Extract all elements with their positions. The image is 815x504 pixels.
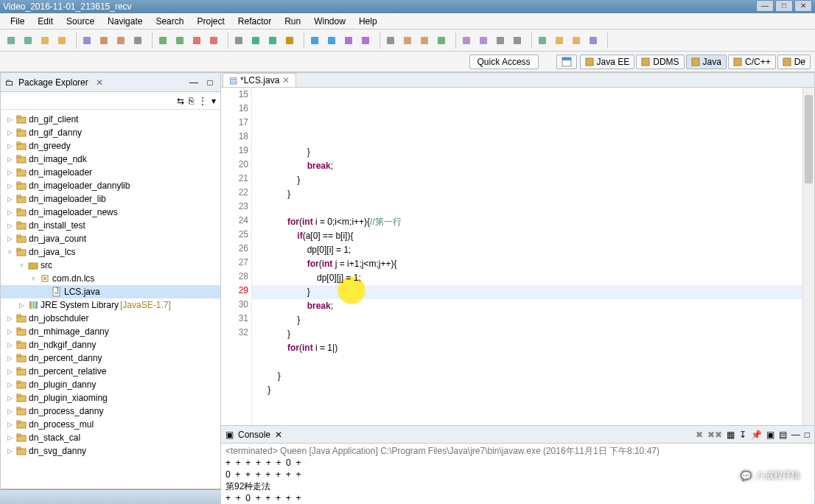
open-perspective-button[interactable] [556, 55, 577, 69]
toolbar-button-10[interactable] [155, 32, 171, 49]
tree-item[interactable]: ▷dn_imageloader [1, 166, 220, 179]
close-button[interactable]: ✕ [794, 0, 812, 12]
scroll-lock-icon[interactable]: ↧ [739, 430, 746, 440]
close-view-icon[interactable]: ✕ [96, 77, 103, 88]
maximize-view-icon[interactable]: □ [204, 77, 216, 88]
toolbar-button-7[interactable] [113, 32, 129, 49]
twisty-icon[interactable]: ▷ [5, 129, 14, 136]
toolbar-button-26[interactable] [399, 32, 416, 49]
toolbar-button-33[interactable] [509, 32, 525, 49]
twisty-icon[interactable]: ▿ [29, 275, 38, 282]
perspective-de[interactable]: De [777, 55, 811, 69]
toolbar-button-13[interactable] [206, 32, 222, 49]
tree-item[interactable]: ▷dn_mhimage_danny [1, 325, 220, 338]
twisty-icon[interactable]: ▷ [5, 434, 14, 441]
min-console-icon[interactable]: — [791, 430, 800, 440]
tree-item[interactable]: ▷dn_install_test [1, 219, 220, 232]
code-editor[interactable]: 151617181920212223242526272829303132 } b… [221, 88, 814, 425]
tree-item[interactable]: ▷dn_ndkgif_danny [1, 338, 220, 351]
twisty-icon[interactable]: ▷ [5, 341, 14, 349]
project-tree[interactable]: ▷dn_gif_client▷dn_gif_danny▷dn_greedy▷dn… [1, 110, 220, 489]
toolbar-button-25[interactable] [382, 32, 399, 49]
menu-refactor[interactable]: Refactor [232, 15, 277, 28]
toolbar-button-11[interactable] [172, 32, 188, 49]
twisty-icon[interactable]: ▷ [5, 407, 14, 415]
tree-item[interactable]: ▷dn_svg_danny [1, 444, 220, 458]
twisty-icon[interactable]: ▷ [17, 301, 26, 309]
twisty-icon[interactable]: ▷ [5, 368, 14, 375]
toolbar-button-22[interactable] [340, 32, 357, 49]
tree-item[interactable]: ▿dn_java_lcs [1, 245, 220, 259]
perspective-javaee[interactable]: Java EE [580, 55, 635, 69]
tree-item[interactable]: ▷dn_gif_client [1, 113, 220, 126]
max-console-icon[interactable]: □ [805, 430, 810, 440]
clear-console-icon[interactable]: ▦ [727, 430, 735, 440]
tree-item[interactable]: ▿src [1, 259, 220, 272]
toolbar-button-17[interactable] [265, 32, 281, 49]
toolbar-button-0[interactable] [3, 32, 19, 49]
twisty-icon[interactable]: ▿ [5, 248, 14, 256]
menu-run[interactable]: Run [279, 15, 307, 28]
tree-item[interactable]: ▷dn_image_ndk [1, 153, 220, 166]
open-console-icon[interactable]: ▤ [779, 430, 787, 440]
toolbar-button-27[interactable] [416, 32, 433, 49]
toolbar-button-3[interactable] [54, 32, 70, 49]
tree-item[interactable]: ▷dn_plugin_danny [1, 378, 220, 391]
minimize-button[interactable]: — [756, 0, 774, 12]
filter-icon[interactable]: ⋮ [198, 96, 207, 106]
close-console-icon[interactable]: ✕ [275, 430, 282, 440]
twisty-icon[interactable]: ▷ [5, 394, 14, 402]
toolbar-button-20[interactable] [307, 32, 323, 49]
toolbar-button-21[interactable] [323, 32, 340, 49]
link-editor-icon[interactable]: ⎘ [189, 96, 194, 106]
twisty-icon[interactable]: ▷ [5, 315, 14, 322]
display-selected-icon[interactable]: ▣ [766, 430, 774, 440]
toolbar-button-5[interactable] [79, 32, 95, 49]
tree-item[interactable]: ▷dn_process_mul [1, 418, 220, 431]
twisty-icon[interactable]: ▷ [5, 328, 14, 335]
toolbar-button-32[interactable] [492, 32, 508, 49]
menu-edit[interactable]: Edit [32, 15, 59, 28]
perspective-ddms[interactable]: DDMS [636, 55, 684, 69]
toolbar-button-23[interactable] [357, 32, 374, 49]
twisty-icon[interactable]: ▷ [5, 209, 14, 216]
menu-window[interactable]: Window [308, 15, 351, 28]
twisty-icon[interactable]: ▷ [5, 116, 14, 123]
menu-file[interactable]: File [4, 15, 30, 28]
menu-search[interactable]: Search [150, 15, 189, 28]
toolbar-button-1[interactable] [20, 32, 36, 49]
tree-item[interactable]: ▷dn_java_count [1, 232, 220, 245]
toolbar-button-6[interactable] [96, 32, 112, 49]
pin-console-icon[interactable]: 📌 [751, 430, 762, 440]
tree-item[interactable]: JLCS.java [1, 285, 220, 298]
editor-tab-lcs[interactable]: ▤ *LCS.java ✕ [223, 73, 296, 87]
twisty-icon[interactable]: ▷ [5, 222, 14, 229]
tree-item[interactable]: ▷dn_gif_danny [1, 126, 220, 139]
twisty-icon[interactable]: ▷ [5, 354, 14, 362]
code-content[interactable]: } break; } } for(int i = 0;i<m;i++){//第一… [252, 88, 814, 425]
tree-item[interactable]: ▷dn_process_danny [1, 405, 220, 418]
twisty-icon[interactable]: ▷ [5, 381, 14, 388]
twisty-icon[interactable]: ▷ [5, 421, 14, 428]
console-output[interactable]: <terminated> Queen [Java Application] C:… [221, 444, 814, 504]
tree-item[interactable]: ▷dn_percent_relative [1, 365, 220, 378]
twisty-icon[interactable]: ▷ [5, 182, 14, 189]
toolbar-button-31[interactable] [475, 32, 492, 49]
toolbar-button-36[interactable] [551, 32, 567, 49]
twisty-icon[interactable]: ▷ [5, 155, 14, 163]
view-menu-icon[interactable]: ▾ [211, 96, 216, 106]
twisty-icon[interactable]: ▷ [5, 169, 14, 176]
twisty-icon[interactable]: ▷ [5, 235, 14, 242]
remove-launch-icon[interactable]: ✖ [696, 430, 703, 440]
toolbar-button-30[interactable] [458, 32, 475, 49]
twisty-icon[interactable]: ▷ [5, 447, 14, 455]
collapse-all-icon[interactable]: ⇆ [177, 96, 184, 106]
menu-source[interactable]: Source [60, 15, 100, 28]
remove-all-icon[interactable]: ✖✖ [707, 430, 722, 440]
toolbar-button-37[interactable] [568, 32, 584, 49]
tree-item[interactable]: ▿com.dn.lcs [1, 272, 220, 285]
quick-access[interactable]: Quick Access [469, 55, 539, 69]
toolbar-button-15[interactable] [231, 32, 247, 49]
tree-item[interactable]: ▷JRE System Library [JavaSE-1.7] [1, 298, 220, 312]
twisty-icon[interactable]: ▷ [5, 195, 14, 203]
